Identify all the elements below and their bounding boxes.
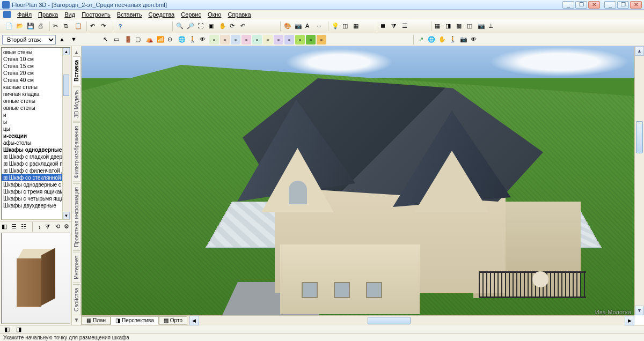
tree-item[interactable]: ⊞ Шкаф с раскладкой по стеклу xyxy=(2,160,70,167)
tree-item[interactable]: овные стены xyxy=(2,105,70,112)
view-list-button[interactable]: ☰ xyxy=(11,222,19,232)
nav-tool-2[interactable]: 🌐 xyxy=(427,35,436,45)
tree-item[interactable]: пичная кладка xyxy=(2,91,70,98)
tab-ortho[interactable]: ▩Орто xyxy=(159,316,187,325)
grid-button[interactable]: ▦ xyxy=(352,21,362,31)
tool-12[interactable]: ▫ xyxy=(220,35,230,45)
window-tool[interactable]: ▢ xyxy=(134,35,144,45)
view-ortho-button[interactable]: ⊥ xyxy=(487,21,497,31)
close-button[interactable]: ✕ xyxy=(630,1,642,9)
render-button[interactable]: 🎨 xyxy=(283,21,292,31)
layer-filter-button[interactable]: ⧩ xyxy=(390,21,400,31)
zoom-window-button[interactable]: ⛶ xyxy=(196,21,206,31)
view-front-button[interactable]: ◨ xyxy=(444,21,454,31)
tree-item[interactable]: Стена 20 см xyxy=(2,70,70,77)
paste-button[interactable]: 📋 xyxy=(74,21,83,31)
open-button[interactable]: 📂 xyxy=(15,21,25,31)
wall-tool[interactable]: ▭ xyxy=(113,35,122,45)
tree-item[interactable]: ⊞ Шкаф с гладкой дверцей xyxy=(2,153,70,160)
zoom-prev-button[interactable]: ↶ xyxy=(239,21,249,31)
tree-item[interactable]: и-секции xyxy=(2,132,70,139)
view-detail-button[interactable]: ☷ xyxy=(20,222,29,232)
side-tab[interactable]: 3D Модель xyxy=(73,86,80,121)
menu-tools[interactable]: Средства xyxy=(148,11,174,18)
vscroll-down[interactable]: ▼ xyxy=(635,306,644,315)
menu-help[interactable]: Справка xyxy=(228,11,251,18)
door-tool[interactable]: 🚪 xyxy=(123,35,133,45)
tree-item[interactable]: Шкафы с тремя ящиками xyxy=(2,188,70,195)
view-iso-button[interactable]: ◫ xyxy=(466,21,475,31)
text-button[interactable]: A xyxy=(304,21,314,31)
tab-perspective[interactable]: ◨Перспектива xyxy=(111,316,159,325)
hscroll-left[interactable]: ◀ xyxy=(189,316,199,325)
viewport-hscrollbar[interactable]: ◀ ▶ xyxy=(189,316,634,325)
tree-item[interactable]: ы xyxy=(2,118,70,125)
side-tab[interactable]: Свойства xyxy=(73,284,80,315)
save-button[interactable]: 💾 xyxy=(26,21,35,31)
nav-tool-4[interactable]: 🚶 xyxy=(448,35,458,45)
tree-item[interactable]: Шкафы однодверные xyxy=(2,146,70,153)
copy-button[interactable]: ⧉ xyxy=(63,21,72,31)
bottom-tool-1[interactable]: ◧ xyxy=(2,325,12,335)
tree-item[interactable]: Шкафы с четырьмя ящиками xyxy=(2,195,70,202)
zoom-fit-button[interactable]: ▣ xyxy=(207,21,217,31)
nav-tool-1[interactable]: ↗ xyxy=(416,35,426,45)
tree-item[interactable]: Шкафы однодверные с ящиком xyxy=(2,181,70,188)
maximize-button[interactable]: ❐ xyxy=(617,1,629,9)
tool-16[interactable]: ▫ xyxy=(263,35,273,45)
tree-item[interactable]: ⊞ Шкаф с филенчатой дверцей xyxy=(2,167,70,174)
viewport-vscrollbar[interactable]: ▲ ▼ xyxy=(634,46,644,315)
zoom-out-button[interactable]: 🔎 xyxy=(186,21,195,31)
tree-item[interactable]: Стена 10 см xyxy=(2,56,70,63)
vscroll-thumb[interactable] xyxy=(636,121,643,153)
tree-scroll-up[interactable]: ▲ xyxy=(63,48,70,55)
sort-button[interactable]: ↕ xyxy=(36,222,43,232)
tree-scrollbar[interactable]: ▲ ▼ xyxy=(62,48,70,219)
view-tree-button[interactable]: ◧ xyxy=(1,222,10,232)
tab-plan[interactable]: ▦План xyxy=(82,316,111,325)
rotate-button[interactable]: ⟲ xyxy=(54,222,62,232)
side-tab-scroll-down[interactable]: ▼ xyxy=(74,317,79,323)
menu-edit[interactable]: Правка xyxy=(38,11,58,18)
orbit-tool[interactable]: 🌐 xyxy=(177,35,187,45)
tree-item[interactable]: цы xyxy=(2,125,70,132)
filter-button[interactable]: ⧩ xyxy=(45,222,53,232)
select-tool[interactable]: ↖ xyxy=(102,35,112,45)
tree-item[interactable]: и xyxy=(2,112,70,118)
tool-13[interactable]: ▫ xyxy=(231,35,240,45)
minimize-button[interactable]: _ xyxy=(604,1,616,9)
system-menu-icon[interactable] xyxy=(3,11,11,18)
view-top-button[interactable]: ▦ xyxy=(434,21,443,31)
tree-item[interactable]: касные стены xyxy=(2,84,70,91)
side-tab[interactable]: Интернет xyxy=(73,252,80,283)
camera-button[interactable]: 📷 xyxy=(294,21,303,31)
menu-build[interactable]: Построить xyxy=(82,11,111,18)
dimension-button[interactable]: ↔ xyxy=(315,21,325,31)
nav-tool-3[interactable]: ✋ xyxy=(437,35,447,45)
3d-button[interactable]: ◫ xyxy=(341,21,351,31)
stairs-tool[interactable]: 📶 xyxy=(156,35,165,45)
tool-19[interactable]: ▫ xyxy=(295,35,305,45)
tree-scroll-down[interactable]: ▼ xyxy=(63,212,70,219)
tool-20[interactable]: ▫ xyxy=(306,35,316,45)
catalog-tree[interactable]: овые стеныСтена 10 смСтена 15 смСтена 20… xyxy=(1,47,70,220)
layer-list-button[interactable]: ☰ xyxy=(401,21,411,31)
tool-15[interactable]: ▫ xyxy=(252,35,262,45)
hscroll-thumb[interactable] xyxy=(368,317,411,324)
3d-viewport[interactable]: Ива-Молотка xyxy=(82,46,634,325)
doc-maximize-button[interactable]: ❐ xyxy=(575,1,587,9)
snap-tool[interactable]: ⊙ xyxy=(166,35,176,45)
nav-tool-5[interactable]: 📷 xyxy=(459,35,469,45)
tree-item[interactable]: ⊞ Шкаф со стеклянной дверцей xyxy=(2,174,70,181)
bottom-tool-2[interactable]: ◨ xyxy=(14,325,24,335)
options-button[interactable]: ⚙ xyxy=(63,222,70,232)
floor-selector[interactable]: Второй этаж xyxy=(2,35,56,45)
side-tab[interactable]: Вставка xyxy=(73,56,80,85)
side-tab-scroll-up[interactable]: ▲ xyxy=(74,49,79,55)
walk-tool[interactable]: 🚶 xyxy=(188,35,197,45)
menu-window[interactable]: Окно xyxy=(208,11,222,18)
layers-button[interactable]: ≣ xyxy=(379,21,389,31)
tree-item[interactable]: онные стены xyxy=(2,98,70,105)
refresh-button[interactable]: ⟳ xyxy=(229,21,238,31)
menu-service[interactable]: Сервис xyxy=(181,11,201,18)
